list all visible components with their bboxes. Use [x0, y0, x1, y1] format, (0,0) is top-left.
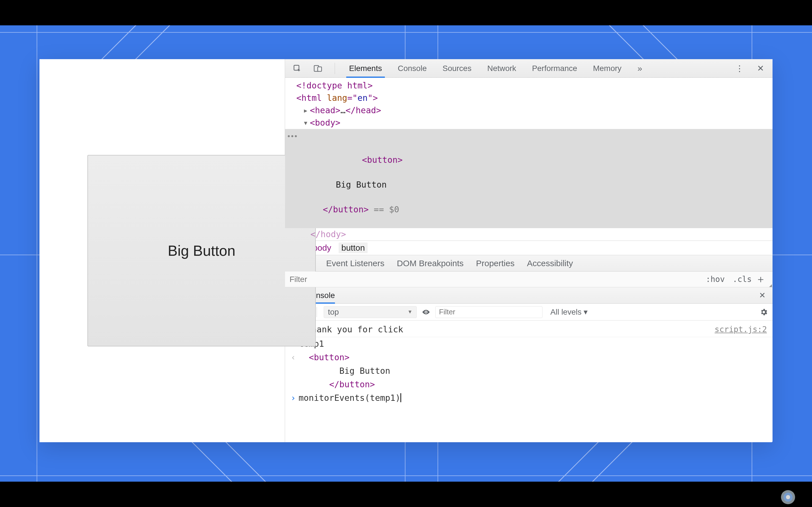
subtab-properties[interactable]: Properties [476, 255, 515, 272]
console-output[interactable]: thank you for click script.js:2 › temp1 … [285, 321, 772, 442]
console-output-row[interactable]: ‹ <button> Big Button </button> [285, 351, 772, 391]
devtools-tabbar: Elements Console Sources Network Perform… [285, 59, 772, 78]
live-expression-icon[interactable] [422, 309, 430, 315]
breadcrumb: html body button [285, 240, 772, 255]
console-filter-input[interactable] [435, 306, 543, 318]
tab-console[interactable]: Console [395, 59, 430, 78]
console-log-row[interactable]: thank you for click script.js:2 [285, 323, 772, 337]
subtab-event-listeners[interactable]: Event Listeners [326, 255, 385, 272]
presentation-background: Big Button Elements Console Sources Netw… [0, 25, 812, 482]
cls-toggle[interactable]: .cls [729, 275, 756, 284]
console-settings-icon[interactable] [760, 308, 768, 316]
log-source-link[interactable]: script.js:2 [715, 323, 767, 336]
kebab-menu-icon[interactable]: ⋮ [734, 63, 745, 74]
close-devtools-icon[interactable]: ✕ [755, 63, 766, 74]
dom-node-html[interactable]: <html lang="en"> [296, 93, 378, 103]
log-levels-selector[interactable]: All levels ▾ [548, 307, 591, 317]
inspect-icon[interactable] [292, 63, 303, 74]
hov-toggle[interactable]: :hov [702, 275, 728, 284]
tab-memory[interactable]: Memory [590, 59, 624, 78]
tab-elements[interactable]: Elements [346, 59, 385, 78]
page-preview: Big Button [40, 59, 285, 442]
styles-tabbar: Styles Event Listeners DOM Breakpoints P… [285, 255, 772, 272]
breadcrumb-button[interactable]: button [339, 242, 368, 253]
console-toolbar: top ▼ All levels ▾ [285, 304, 772, 321]
big-button[interactable]: Big Button [87, 155, 316, 346]
device-toggle-icon[interactable] [313, 63, 323, 74]
text-cursor [400, 393, 401, 402]
console-drawer: ⋮ Console ✕ top ▼ [285, 287, 772, 442]
styles-filter-input[interactable] [285, 275, 702, 284]
console-drawer-header: ⋮ Console ✕ [285, 287, 772, 304]
expand-arrow-icon[interactable]: ▸ [303, 104, 308, 117]
overflow-dots-icon[interactable]: ••• [287, 130, 298, 143]
letterbox-bottom [0, 482, 812, 507]
context-selector[interactable]: top ▼ [324, 306, 417, 318]
context-value: top [328, 307, 339, 317]
more-tabs-icon[interactable]: » [635, 63, 645, 74]
tab-sources[interactable]: Sources [440, 59, 474, 78]
chevron-down-icon: ▼ [407, 309, 412, 315]
dom-node-selected[interactable]: ••• <button> Big Button </button> == $0 [285, 129, 772, 228]
letterbox-top [0, 0, 812, 25]
devtools-panel: Elements Console Sources Network Perform… [285, 59, 772, 442]
collapse-arrow-icon[interactable]: ▾ [303, 117, 308, 129]
subtab-dom-breakpoints[interactable]: DOM Breakpoints [397, 255, 463, 272]
dom-tree[interactable]: <!doctype html> <html lang="en"> ▸<head>… [285, 78, 772, 240]
resize-corner-icon[interactable] [769, 284, 772, 287]
console-input-row[interactable]: › temp1 [285, 337, 772, 351]
close-drawer-icon[interactable]: ✕ [757, 291, 767, 300]
tab-network[interactable]: Network [485, 59, 519, 78]
console-prompt-row[interactable]: › monitorEvents(temp1) [285, 391, 772, 405]
svg-rect-2 [318, 67, 322, 71]
dom-node-doctype[interactable]: <!doctype html> [296, 80, 373, 91]
tab-performance[interactable]: Performance [529, 59, 580, 78]
styles-filter-bar: :hov .cls ＋ [285, 272, 772, 287]
separator [335, 63, 335, 74]
subtab-accessibility[interactable]: Accessibility [527, 255, 573, 272]
browser-window: Big Button Elements Console Sources Netw… [40, 59, 772, 442]
chrome-logo-icon [781, 490, 795, 504]
